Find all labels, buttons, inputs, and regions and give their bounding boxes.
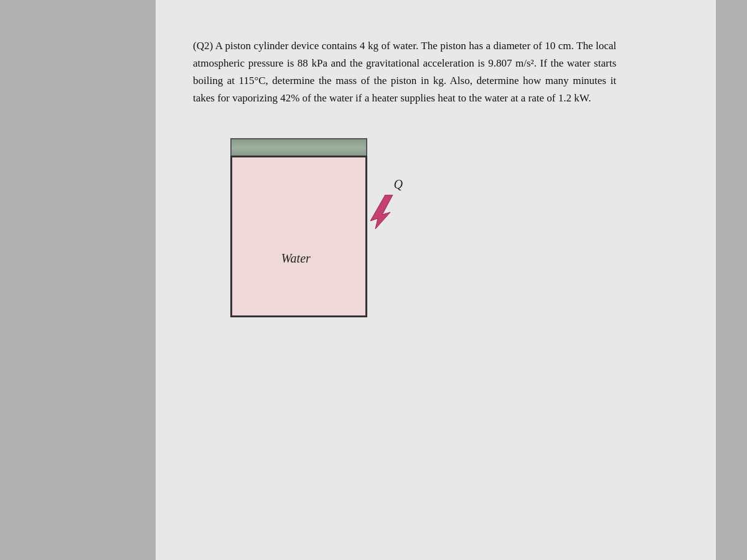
page-container: (Q2) A piston cylinder device contains 4… [156,0,716,560]
problem-text-content: (Q2) A piston cylinder device contains 4… [193,40,616,104]
diagram-area: Water Q [230,138,367,317]
problem-statement: (Q2) A piston cylinder device contains 4… [193,37,616,107]
heat-q-label: Q [394,177,403,192]
heater-arrow-container: Q [367,195,398,229]
water-label: Water [281,251,311,266]
cylinder-body: Water Q [230,156,367,317]
piston [230,138,367,156]
cylinder-container: Water Q [230,138,367,317]
heat-arrow-icon [367,195,398,229]
svg-marker-0 [370,195,393,229]
